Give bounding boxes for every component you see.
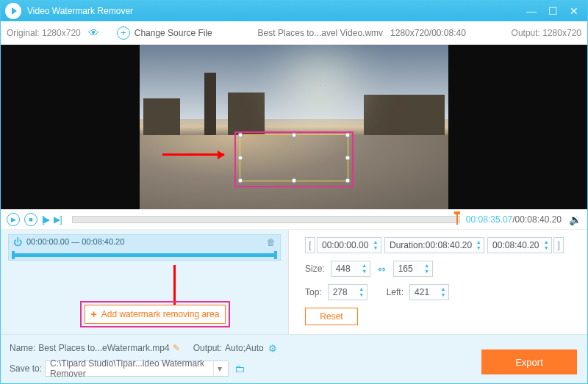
resize-handle-sw[interactable]: [238, 178, 243, 184]
down-icon[interactable]: ▼: [475, 245, 482, 251]
playback-track[interactable]: [72, 216, 460, 223]
left-input[interactable]: 421▲▼: [409, 284, 449, 300]
plus-circle-icon: +: [117, 26, 130, 40]
resize-handle-nw[interactable]: [238, 133, 243, 138]
segment-range-bar[interactable]: [13, 253, 276, 257]
minimize-icon[interactable]: —: [526, 5, 537, 17]
watermark-selection-box[interactable]: [240, 134, 348, 181]
up-icon[interactable]: ▲: [542, 239, 550, 245]
play-button[interactable]: ▶: [7, 213, 20, 226]
maximize-icon[interactable]: ☐: [548, 5, 558, 17]
stop-button[interactable]: ■: [24, 213, 37, 226]
playhead[interactable]: [456, 214, 458, 225]
name-label: Name:: [10, 343, 35, 353]
segment-item[interactable]: ⏻ 00:00:00.00 — 00:08:40.20 🗑: [8, 234, 281, 261]
segment-times: 00:00:00.00 — 00:08:40.20: [26, 237, 124, 246]
up-icon[interactable]: ▲: [475, 239, 482, 245]
output-size-label: Output: 1280x720: [512, 28, 581, 38]
resize-handle-se[interactable]: [345, 178, 351, 184]
export-button[interactable]: Export: [481, 349, 577, 374]
height-input[interactable]: 165▲▼: [393, 261, 433, 277]
resize-handle-s[interactable]: [292, 178, 297, 184]
app-logo-icon: [5, 3, 21, 19]
change-source-label: Change Source File: [135, 28, 212, 38]
annotation-arrow-icon: [162, 153, 224, 156]
output-settings-icon[interactable]: ⚙: [268, 343, 277, 354]
down-icon[interactable]: ▼: [542, 245, 550, 251]
top-input[interactable]: 278▲▼: [328, 284, 368, 300]
down-icon[interactable]: ▼: [358, 292, 365, 298]
file-info: Best Places to...avel Video.wmv 1280x720…: [212, 28, 512, 38]
duration-input[interactable]: Duration:00:08:40.20▲▼: [384, 237, 484, 253]
start-time-input[interactable]: 00:00:00.00▲▼: [317, 237, 381, 253]
down-icon[interactable]: ▼: [440, 292, 447, 298]
save-path-text: C:\Tipard Studio\Tipar...ideo Watermark …: [50, 358, 223, 379]
change-source-button[interactable]: + Change Source File: [117, 26, 212, 40]
lower-panel: ⏻ 00:00:00.00 — 00:08:40.20 🗑 +Add water…: [1, 230, 587, 334]
up-icon[interactable]: ▲: [361, 263, 368, 269]
toolbar: Original: 1280x720 👁 + Change Source Fil…: [1, 21, 587, 45]
file-meta: 1280x720/00:08:40: [390, 28, 466, 38]
up-icon[interactable]: ▲: [372, 239, 379, 245]
set-in-button[interactable]: [: [305, 237, 315, 253]
resize-handle-e[interactable]: [345, 156, 351, 161]
set-start-button[interactable]: [▶: [42, 214, 49, 225]
down-icon[interactable]: ▼: [372, 245, 379, 251]
size-label: Size:: [305, 264, 325, 274]
properties-panel: [ 00:00:00.00▲▼ Duration:00:08:40.20▲▼ 0…: [289, 230, 587, 334]
close-icon[interactable]: ✕: [570, 5, 578, 17]
save-path-input[interactable]: C:\Tipard Studio\Tipar...ideo Watermark …: [45, 361, 229, 377]
delete-segment-icon[interactable]: 🗑: [267, 237, 276, 247]
playback-bar: ▶ ■ [▶ ▶] 00:08:35.07/00:08:40.20 🔉: [1, 209, 587, 230]
path-dropdown-icon[interactable]: ▾: [213, 361, 225, 376]
set-end-button[interactable]: ▶]: [54, 214, 61, 225]
file-name: Best Places to...avel Video.wmv: [258, 28, 384, 38]
resize-handle-ne[interactable]: [345, 133, 351, 138]
add-area-button[interactable]: +Add watermark removing area: [85, 305, 226, 324]
open-folder-icon[interactable]: 🗀: [234, 363, 245, 374]
up-icon[interactable]: ▲: [423, 263, 431, 269]
down-icon[interactable]: ▼: [361, 269, 368, 275]
title-bar: Video Watermark Remover — ☐ ✕: [1, 1, 587, 21]
resize-handle-n[interactable]: [292, 133, 297, 138]
aspect-lock-icon[interactable]: ⇔: [378, 264, 386, 275]
range-handle-right[interactable]: [274, 251, 277, 259]
video-preview[interactable]: [1, 45, 587, 209]
preview-toggle-icon[interactable]: 👁: [88, 26, 99, 39]
output-format-value: Auto;Auto: [225, 343, 264, 353]
time-display: 00:08:35.07/00:08:40.20: [466, 214, 562, 225]
left-label: Left:: [387, 287, 404, 297]
app-window: Video Watermark Remover — ☐ ✕ Original: …: [0, 0, 588, 384]
add-area-label: Add watermark removing area: [101, 309, 220, 319]
down-icon[interactable]: ▼: [423, 269, 431, 275]
segment-toggle-icon[interactable]: ⏻: [13, 237, 22, 247]
bottom-bar: Name: Best Places to...eWatermark.mp4 ✎ …: [1, 334, 587, 383]
up-icon[interactable]: ▲: [358, 286, 365, 292]
original-size-label: Original: 1280x720: [7, 28, 81, 38]
rename-icon[interactable]: ✎: [173, 343, 180, 353]
output-name: Best Places to...eWatermark.mp4: [38, 343, 169, 353]
set-out-button[interactable]: ]: [553, 237, 564, 253]
volume-icon[interactable]: 🔉: [569, 214, 581, 225]
top-label: Top:: [305, 287, 322, 297]
reset-button[interactable]: Reset: [305, 308, 358, 325]
output-format-label: Output:: [193, 343, 222, 353]
up-icon[interactable]: ▲: [440, 286, 447, 292]
app-title: Video Watermark Remover: [27, 6, 133, 16]
end-time-input[interactable]: 00:08:40.20▲▼: [487, 237, 552, 253]
resize-handle-w[interactable]: [238, 156, 243, 161]
width-input[interactable]: 448▲▼: [331, 261, 370, 277]
range-handle-left[interactable]: [12, 251, 15, 259]
save-to-label: Save to:: [10, 363, 42, 374]
plus-icon: +: [91, 308, 97, 320]
segments-panel: ⏻ 00:00:00.00 — 00:08:40.20 🗑 +Add water…: [1, 230, 289, 334]
